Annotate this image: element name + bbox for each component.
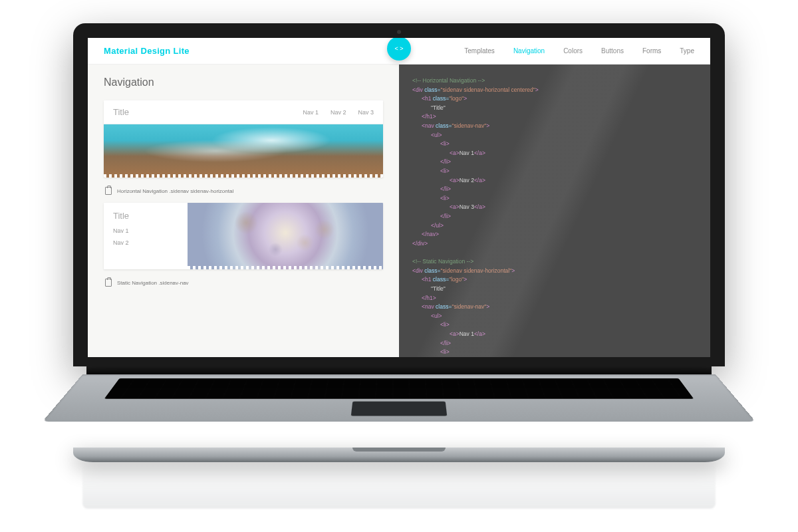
hnav-item[interactable]: Nav 3 (358, 109, 374, 116)
horizontal-nav-items: Nav 1 Nav 2 Nav 3 (303, 109, 374, 116)
pebbles-image (188, 203, 383, 269)
code-line: </li> (412, 339, 697, 348)
code-line: <a>Nav 1</a> (412, 149, 697, 158)
content-split: < > Navigation Title Nav 1 Nav 2 Nav 3 (88, 65, 710, 357)
code-line: <div class="sidenav sidenav-horizontal c… (412, 86, 697, 95)
code-line: <ul> (412, 312, 697, 321)
vnav-item[interactable]: Nav 2 (113, 239, 178, 246)
code-line: <a>Nav 3</a> (412, 203, 697, 212)
horizontal-nav-card: Title Nav 1 Nav 2 Nav 3 (104, 100, 383, 178)
laptop-mockup: Material Design Lite Templates Navigatio… (73, 23, 725, 509)
code-line: "Title" (412, 104, 697, 113)
static-nav-title: Title (113, 211, 178, 221)
caption-row: Static Navigation .sidenav-nav (104, 275, 383, 295)
screen: Material Design Lite Templates Navigatio… (88, 38, 710, 357)
keyboard-deck (43, 374, 756, 422)
laptop-hinge (86, 366, 712, 374)
code-comment: <!-- Static Navigation --> (412, 257, 697, 267)
nav-navigation[interactable]: Navigation (513, 47, 545, 55)
code-pane: <!-- Horizontal Navigation --> <div clas… (399, 65, 710, 357)
nav-type[interactable]: Type (680, 47, 694, 55)
code-line: <li> (412, 348, 697, 357)
code-line: </li> (412, 212, 697, 221)
nav-forms[interactable]: Forms (642, 47, 661, 55)
code-line: <a>Nav 1</a> (412, 330, 697, 339)
code-line: <li> (412, 167, 697, 176)
camera-dot (397, 30, 401, 34)
static-caption: Static Navigation .sidenav-nav (117, 280, 189, 286)
reflection (82, 462, 716, 509)
code-line: </div> (412, 239, 697, 249)
page-title: Navigation (104, 76, 383, 88)
horizontal-nav-header: Title Nav 1 Nav 2 Nav 3 (104, 100, 383, 124)
code-line: <nav class="sidenav-nav"> (412, 122, 697, 131)
static-nav-card: Title Nav 1 Nav 2 (104, 203, 383, 269)
code-line: </li> (412, 158, 697, 167)
clipboard-icon[interactable] (105, 279, 112, 287)
screen-bezel: Material Design Lite Templates Navigatio… (73, 23, 725, 366)
code-line: </li> (412, 185, 697, 194)
code-line: </h1> (412, 294, 697, 303)
code-line: <li> (412, 140, 697, 149)
code-line: <h1 class="logo"> (412, 94, 697, 104)
hnav-item[interactable]: Nav 2 (331, 109, 346, 116)
horizontal-caption: Horizontal Navigation .sidenav sidenav-h… (117, 188, 233, 194)
code-comment: <!-- Horizontal Navigation --> (412, 76, 697, 86)
keyboard (104, 378, 694, 399)
preview-pane: Navigation Title Nav 1 Nav 2 Nav 3 (88, 65, 399, 357)
vnav-item[interactable]: Nav 1 (113, 227, 178, 234)
site-logo[interactable]: Material Design Lite (104, 46, 190, 56)
clipboard-icon[interactable] (105, 187, 112, 195)
code-line: "Title" (412, 285, 697, 294)
code-line: </ul> (412, 221, 697, 231)
caption-row: Horizontal Navigation .sidenav sidenav-h… (104, 183, 383, 203)
code-line: <ul> (412, 131, 697, 140)
hnav-item[interactable]: Nav 1 (303, 109, 319, 116)
code-line: <h1 class="logo"> (412, 275, 697, 285)
nav-colors[interactable]: Colors (563, 47, 583, 55)
nav-templates[interactable]: Templates (464, 47, 495, 55)
code-line: <li> (412, 321, 697, 330)
code-line: <nav class="sidenav-nav"> (412, 303, 697, 312)
code-block-horizontal: <!-- Horizontal Navigation --> <div clas… (412, 76, 697, 248)
code-line: <a>Nav 2</a> (412, 176, 697, 186)
code-line: <div class="sidenav sidenav-horizontal"> (412, 267, 697, 276)
trackpad (351, 402, 448, 416)
static-nav-sidebar: Title Nav 1 Nav 2 (104, 203, 188, 269)
code-block-static: <!-- Static Navigation --> <div class="s… (412, 257, 697, 357)
laptop-base (73, 448, 725, 462)
nav-buttons[interactable]: Buttons (601, 47, 624, 55)
horizontal-nav-title: Title (113, 107, 129, 117)
code-line: </h1> (412, 112, 697, 122)
code-line: </nav> (412, 230, 697, 239)
primary-nav: Templates Navigation Colors Buttons Form… (464, 47, 694, 55)
code-line: <li> (412, 194, 697, 203)
ocean-image (104, 124, 383, 178)
